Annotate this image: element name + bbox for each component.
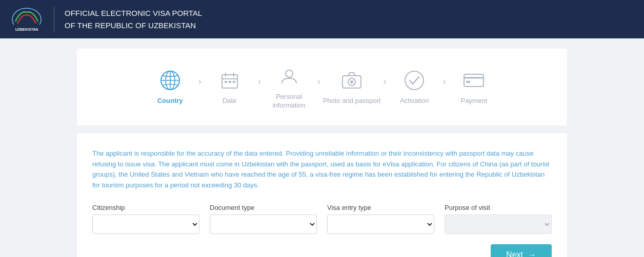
step-personal[interactable]: Personalinformation: [264, 64, 315, 110]
step-country-label: Country: [157, 97, 183, 105]
svg-rect-21: [466, 81, 470, 83]
steps-card: Country › Date ›: [77, 49, 567, 125]
header: UZBEKISTAN OFFICIAL ELECTRONIC VISA PORT…: [0, 0, 644, 38]
header-divider: [54, 7, 54, 32]
next-button-label: Next: [506, 250, 523, 257]
purpose-of-visit-group: Purpose of visit: [445, 204, 552, 234]
arrow-3: ›: [317, 76, 320, 97]
activation-check-icon: [402, 68, 427, 93]
form-card: The applicant is responsible for the acc…: [77, 133, 567, 257]
step-activation-label: Activation: [400, 97, 429, 105]
citizenship-select[interactable]: [92, 215, 199, 234]
visa-entry-type-label: Visa entry type: [327, 204, 434, 211]
citizenship-group: Citizenship: [92, 204, 199, 234]
step-country[interactable]: Country: [145, 68, 196, 105]
next-button[interactable]: Next →: [491, 244, 552, 257]
step-photo-label: Photo and passport: [323, 97, 381, 105]
personal-user-icon: [277, 64, 301, 89]
arrow-4: ›: [383, 76, 386, 97]
purpose-of-visit-label: Purpose of visit: [445, 204, 552, 211]
step-personal-label: Personalinformation: [272, 93, 305, 110]
svg-point-18: [405, 71, 424, 90]
country-globe-icon: [158, 68, 183, 93]
logo-icon: UZBEKISTAN: [10, 5, 44, 33]
step-activation[interactable]: Activation: [389, 68, 440, 105]
step-date-label: Date: [223, 97, 236, 105]
document-type-group: Document type: [210, 204, 317, 234]
svg-point-14: [286, 70, 293, 77]
visa-entry-type-select[interactable]: [327, 215, 434, 234]
form-row: Citizenship Document type Visa entry typ…: [92, 204, 552, 234]
next-arrow-icon: →: [528, 250, 536, 257]
photo-camera-icon: [339, 68, 364, 93]
step-date[interactable]: Date: [204, 68, 255, 105]
purpose-of-visit-select: [445, 215, 552, 234]
notice-text: The applicant is responsible for the acc…: [92, 148, 552, 191]
svg-rect-13: [233, 81, 235, 83]
svg-text:UZBEKISTAN: UZBEKISTAN: [15, 28, 38, 31]
document-type-select[interactable]: [210, 215, 317, 234]
document-type-label: Document type: [210, 204, 317, 211]
svg-point-17: [350, 80, 353, 83]
svg-rect-12: [229, 81, 231, 83]
citizenship-label: Citizenship: [92, 204, 199, 211]
header-title: OFFICIAL ELECTRONIC VISA PORTAL OF THE R…: [65, 7, 202, 32]
svg-rect-11: [225, 81, 227, 83]
main-content: Country › Date ›: [0, 38, 644, 257]
button-row: Next →: [92, 244, 552, 257]
step-payment-label: Payment: [461, 97, 487, 105]
arrow-5: ›: [442, 76, 446, 97]
payment-card-icon: [461, 68, 486, 93]
logo-area: UZBEKISTAN OFFICIAL ELECTRONIC VISA PORT…: [10, 5, 202, 33]
visa-entry-type-group: Visa entry type: [327, 204, 434, 234]
svg-rect-19: [464, 74, 484, 87]
step-photo[interactable]: Photo and passport: [323, 68, 381, 105]
date-calendar-icon: [217, 68, 242, 93]
arrow-1: ›: [198, 76, 202, 97]
step-payment[interactable]: Payment: [448, 68, 499, 105]
arrow-2: ›: [258, 76, 261, 97]
